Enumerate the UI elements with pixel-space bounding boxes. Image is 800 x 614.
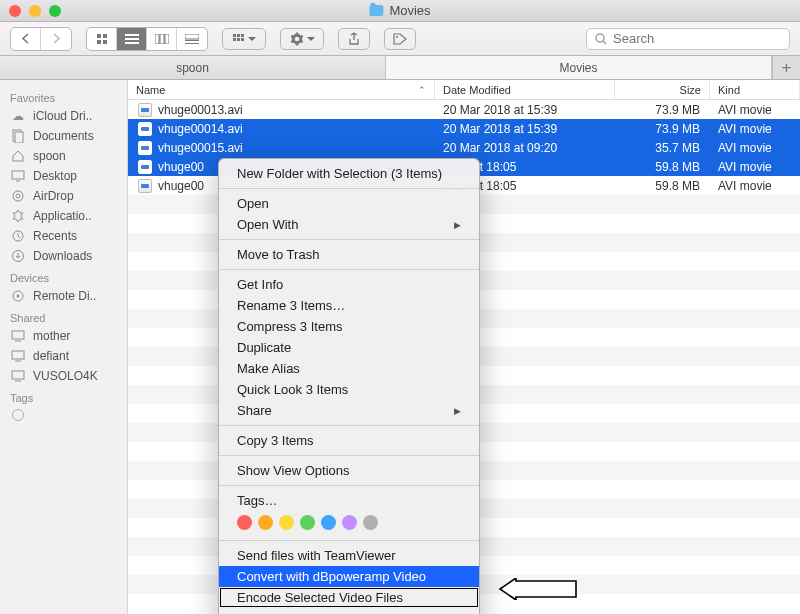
svg-rect-5 (125, 38, 139, 40)
tab-movies[interactable]: Movies (386, 56, 772, 79)
computer-icon (10, 369, 26, 383)
context-menu-item[interactable]: Share (219, 400, 479, 421)
search-field[interactable] (586, 28, 790, 50)
file-row[interactable]: vhuge00014.avi20 Mar 2018 at 15:3973.9 M… (128, 119, 800, 138)
context-menu-item[interactable]: Duplicate (219, 337, 479, 358)
context-menu-tags (219, 511, 479, 536)
svg-line-21 (603, 41, 606, 44)
column-view-button[interactable] (147, 28, 177, 50)
context-menu-item[interactable]: Move to Trash (219, 244, 479, 265)
search-input[interactable] (613, 31, 781, 46)
tag-color-dot[interactable] (300, 515, 315, 530)
tag-all-icon[interactable] (12, 409, 24, 421)
tab-spoon[interactable]: spoon (0, 56, 386, 79)
column-headers: Name⌃ Date Modified Size Kind (128, 80, 800, 100)
context-menu-item[interactable]: Quick Look 3 Items (219, 379, 479, 400)
file-row[interactable]: vhuge00013.avi20 Mar 2018 at 15:3973.9 M… (128, 100, 800, 119)
sidebar-item-applications[interactable]: Applicatio.. (0, 206, 127, 226)
tag-color-dot[interactable] (342, 515, 357, 530)
sidebar-item-defiant[interactable]: defiant (0, 346, 127, 366)
context-menu-item[interactable]: Tags… (219, 490, 479, 511)
context-menu-item[interactable]: Encode Selected Video Files (219, 587, 479, 608)
tag-color-dot[interactable] (363, 515, 378, 530)
minimize-window-button[interactable] (29, 5, 41, 17)
svg-rect-11 (185, 40, 199, 41)
sidebar-item-vusolo4k[interactable]: VUSOLO4K (0, 366, 127, 386)
context-menu-item[interactable]: Make Alias (219, 358, 479, 379)
context-menu-item[interactable]: Copy 3 Items (219, 430, 479, 451)
nav-buttons (10, 27, 72, 51)
context-menu-item[interactable]: Show View Options (219, 460, 479, 481)
computer-icon (10, 329, 26, 343)
share-button[interactable] (338, 28, 370, 50)
close-window-button[interactable] (9, 5, 21, 17)
new-tab-button[interactable]: + (772, 56, 800, 79)
svg-rect-4 (125, 34, 139, 36)
column-header-size[interactable]: Size (615, 80, 710, 99)
context-menu: New Folder with Selection (3 Items)OpenO… (218, 158, 480, 614)
maximize-window-button[interactable] (49, 5, 61, 17)
folder-icon (369, 5, 383, 16)
file-kind: AVI movie (710, 179, 800, 193)
context-menu-item[interactable]: Open in SourceTree (219, 608, 479, 614)
svg-rect-14 (237, 34, 240, 37)
back-button[interactable] (11, 28, 41, 50)
action-button[interactable] (280, 28, 324, 50)
chevron-down-icon (248, 31, 256, 46)
svg-rect-9 (165, 34, 169, 44)
context-menu-item[interactable]: Send files with TeamViewer (219, 545, 479, 566)
context-menu-separator (219, 425, 479, 426)
sidebar-item-remote-disc[interactable]: Remote Di.. (0, 286, 127, 306)
sidebar-item-desktop[interactable]: Desktop (0, 166, 127, 186)
chevron-down-icon (307, 31, 315, 46)
tag-color-dot[interactable] (279, 515, 294, 530)
column-header-name[interactable]: Name⌃ (128, 80, 435, 99)
context-menu-item[interactable]: Convert with dBpoweramp Video (219, 566, 479, 587)
column-header-kind[interactable]: Kind (710, 80, 800, 99)
file-date: 20 Mar 2018 at 09:20 (435, 141, 615, 155)
column-header-date[interactable]: Date Modified (435, 80, 615, 99)
list-view-button[interactable] (117, 28, 147, 50)
sidebar-item-mother[interactable]: mother (0, 326, 127, 346)
icon-view-button[interactable] (87, 28, 117, 50)
sidebar-item-label: Recents (33, 229, 77, 243)
file-name: vhuge00014.avi (158, 122, 243, 136)
file-size: 59.8 MB (615, 160, 710, 174)
svg-rect-7 (155, 34, 159, 44)
sidebar-item-home[interactable]: spoon (0, 146, 127, 166)
file-kind: AVI movie (710, 141, 800, 155)
file-row[interactable]: vhuge00015.avi20 Mar 2018 at 09:2035.7 M… (128, 138, 800, 157)
tag-color-dot[interactable] (258, 515, 273, 530)
arrange-button[interactable] (222, 28, 266, 50)
coverflow-view-button[interactable] (177, 28, 207, 50)
context-menu-item[interactable]: Open (219, 193, 479, 214)
sidebar-item-label: Applicatio.. (33, 209, 92, 223)
sidebar-item-documents[interactable]: Documents (0, 126, 127, 146)
svg-rect-0 (97, 34, 101, 38)
sidebar-item-icloud[interactable]: ☁︎iCloud Dri.. (0, 106, 127, 126)
computer-icon (10, 349, 26, 363)
tags-button[interactable] (384, 28, 416, 50)
file-date: 20 Mar 2018 at 15:39 (435, 122, 615, 136)
context-menu-separator (219, 540, 479, 541)
context-menu-item[interactable]: New Folder with Selection (3 Items) (219, 163, 479, 184)
context-menu-item[interactable]: Open With (219, 214, 479, 235)
disk-icon (10, 289, 26, 303)
tag-color-dot[interactable] (237, 515, 252, 530)
svg-rect-8 (160, 34, 164, 44)
sidebar-item-downloads[interactable]: Downloads (0, 246, 127, 266)
home-icon (10, 149, 26, 163)
context-menu-item[interactable]: Get Info (219, 274, 479, 295)
sidebar-item-airdrop[interactable]: AirDrop (0, 186, 127, 206)
sidebar-item-recents[interactable]: Recents (0, 226, 127, 246)
recents-icon (10, 229, 26, 243)
file-size: 35.7 MB (615, 141, 710, 155)
sidebar-item-label: AirDrop (33, 189, 74, 203)
tag-color-dot[interactable] (321, 515, 336, 530)
svg-point-19 (396, 36, 398, 38)
forward-button[interactable] (41, 28, 71, 50)
column-label: Name (136, 84, 165, 96)
context-menu-item[interactable]: Compress 3 Items (219, 316, 479, 337)
svg-rect-32 (12, 331, 24, 339)
context-menu-item[interactable]: Rename 3 Items… (219, 295, 479, 316)
